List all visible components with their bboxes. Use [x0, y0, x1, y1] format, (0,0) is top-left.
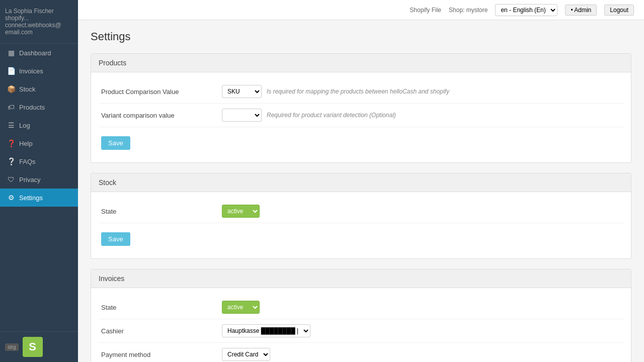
sidebar-item-label: Help — [19, 140, 33, 147]
variant-comparison-help: Required for product variant detection (… — [267, 112, 396, 119]
products-save-button[interactable]: Save — [101, 136, 130, 150]
sidebar-item-settings[interactable]: ⚙ Settings — [0, 189, 78, 207]
sidebar-item-label: Log — [19, 122, 30, 129]
product-comparison-help: Is required for mapping the products bet… — [267, 88, 449, 95]
stock-icon: 📦 — [7, 85, 15, 93]
payment-method-row: Payment method Credit Card Cash — [99, 343, 623, 362]
cashier-label: Cashier — [101, 327, 222, 335]
topbar-item1: Shopify File — [410, 7, 441, 14]
sidebar-item-faqs[interactable]: ❔ FAQs — [0, 152, 78, 170]
variant-comparison-control: SKU Barcode Required for product variant… — [222, 109, 396, 122]
cashier-control: Hauptkasse ████████ | — [222, 324, 310, 337]
page-title: Settings — [91, 30, 631, 43]
sidebar-item-label: Stock — [19, 85, 36, 93]
products-section-header: Products — [91, 54, 631, 72]
variant-comparison-label: Variant comparison value — [101, 112, 222, 119]
sidebar-bottom: strg S — [0, 331, 78, 362]
log-icon: ☰ — [7, 121, 15, 129]
topbar-admin-button[interactable]: • Admin — [565, 5, 597, 16]
variant-comparison-row: Variant comparison value SKU Barcode Req… — [99, 104, 623, 127]
sidebar-nav: ▦ Dashboard 📄 Invoices 📦 Stock 🏷 Product… — [0, 44, 78, 331]
profile-line2: shopify... — [5, 15, 73, 22]
payment-method-label: Payment method — [101, 351, 222, 358]
invoices-icon: 📄 — [7, 67, 15, 75]
sidebar-item-products[interactable]: 🏷 Products — [0, 98, 78, 116]
sidebar-item-privacy[interactable]: 🛡 Privacy — [0, 170, 78, 189]
app-icon: S — [23, 337, 43, 357]
stock-section-header: Stock — [91, 173, 631, 192]
stock-save-row: Save — [99, 223, 623, 251]
stock-state-label: State — [101, 208, 222, 215]
content: Settings Products Product Comparison Val… — [78, 20, 644, 362]
sidebar-item-help[interactable]: ❓ Help — [0, 134, 78, 152]
sidebar-item-invoices[interactable]: 📄 Invoices — [0, 62, 78, 80]
faqs-icon: ❔ — [7, 157, 15, 165]
stock-save-button[interactable]: Save — [101, 232, 130, 246]
privacy-icon: 🛡 — [7, 175, 15, 184]
product-comparison-select[interactable]: SKU Barcode — [222, 85, 262, 98]
profile-line4: email.com — [5, 29, 73, 36]
stock-state-select[interactable]: active inactive — [222, 205, 260, 218]
invoices-state-row: State active inactive — [99, 296, 623, 319]
sidebar-item-log[interactable]: ☰ Log — [0, 116, 78, 134]
product-comparison-control: SKU Barcode Is required for mapping the … — [222, 85, 449, 98]
invoices-section-body: State active inactive Cashier Hauptkasse… — [91, 288, 631, 362]
topbar: Shopify File Shop: mystore en - English … — [78, 0, 644, 20]
sidebar-item-label: Privacy — [19, 176, 41, 184]
sidebar-profile: La Sophia Fischer shopify... connect.web… — [0, 0, 78, 44]
stock-section: Stock State active inactive Save — [91, 173, 631, 259]
products-section: Products Product Comparison Value SKU Ba… — [91, 53, 631, 163]
invoices-section-header: Invoices — [91, 269, 631, 288]
settings-icon: ⚙ — [7, 194, 15, 202]
dashboard-icon: ▦ — [7, 49, 15, 57]
sidebar-item-dashboard[interactable]: ▦ Dashboard — [0, 44, 78, 62]
profile-name: La Sophia Fischer — [5, 8, 73, 15]
invoices-state-control: active inactive — [222, 301, 260, 314]
invoices-state-select[interactable]: active inactive — [222, 301, 260, 314]
products-icon: 🏷 — [7, 103, 15, 111]
profile-line3: connect.webhooks@ — [5, 22, 73, 29]
stock-state-row: State active inactive — [99, 200, 623, 223]
sidebar-item-stock[interactable]: 📦 Stock — [0, 80, 78, 98]
sidebar-item-label: Products — [19, 104, 45, 111]
sidebar-item-label: FAQs — [19, 158, 36, 165]
topbar-language-select[interactable]: en - English (En) — [495, 4, 557, 16]
payment-method-control: Credit Card Cash — [222, 348, 270, 361]
variant-comparison-select[interactable]: SKU Barcode — [222, 109, 262, 122]
sidebar-item-label: Dashboard — [19, 49, 51, 57]
invoices-state-label: State — [101, 304, 222, 311]
products-section-body: Product Comparison Value SKU Barcode Is … — [91, 72, 631, 162]
stock-section-body: State active inactive Save — [91, 192, 631, 258]
products-save-row: Save — [99, 127, 623, 155]
help-icon: ❓ — [7, 139, 15, 147]
topbar-logout-button[interactable]: Logout — [604, 5, 634, 16]
cashier-row: Cashier Hauptkasse ████████ | — [99, 319, 623, 343]
strg-badge: strg — [5, 343, 19, 351]
stock-state-control: active inactive — [222, 205, 260, 218]
sidebar: La Sophia Fischer shopify... connect.web… — [0, 0, 78, 362]
invoices-section: Invoices State active inactive Cashier — [91, 269, 631, 362]
cashier-select[interactable]: Hauptkasse ████████ | — [222, 324, 310, 337]
product-comparison-row: Product Comparison Value SKU Barcode Is … — [99, 80, 623, 104]
sidebar-item-label: Invoices — [19, 67, 43, 75]
payment-method-select[interactable]: Credit Card Cash — [222, 348, 270, 361]
topbar-item2: Shop: mystore — [449, 7, 488, 14]
main: Shopify File Shop: mystore en - English … — [78, 0, 644, 362]
product-comparison-label: Product Comparison Value — [101, 88, 222, 96]
sidebar-item-label: Settings — [19, 194, 43, 202]
